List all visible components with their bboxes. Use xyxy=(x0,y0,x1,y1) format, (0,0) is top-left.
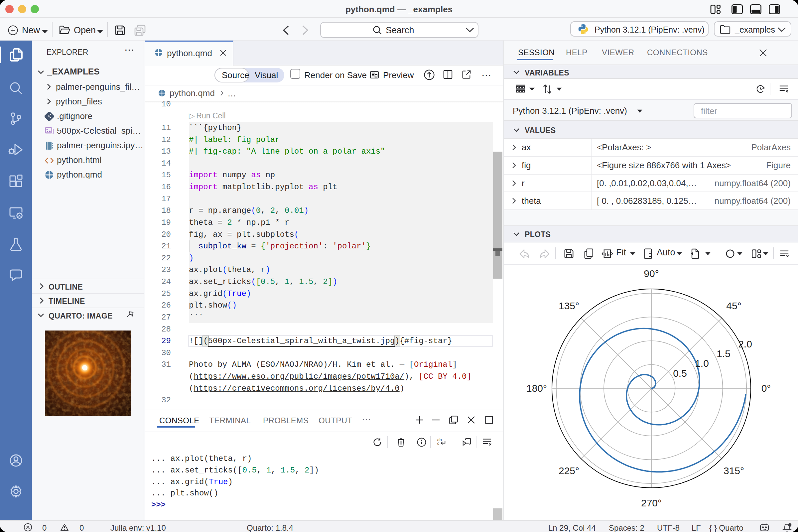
svg-text:2.0: 2.0 xyxy=(738,339,752,349)
svg-text:1.5: 1.5 xyxy=(717,348,730,359)
svg-text:135°: 135° xyxy=(558,300,579,311)
svg-text:90°: 90° xyxy=(644,268,659,279)
svg-text:c: c xyxy=(437,441,439,446)
svg-text:315°: 315° xyxy=(723,465,744,476)
svg-text:0.5: 0.5 xyxy=(673,368,687,379)
svg-text:1.0: 1.0 xyxy=(695,358,709,369)
svg-text:225°: 225° xyxy=(558,465,579,476)
svg-text:0°: 0° xyxy=(761,383,771,394)
svg-text:45°: 45° xyxy=(726,300,741,311)
svg-text:180°: 180° xyxy=(526,383,547,394)
svg-text:270°: 270° xyxy=(641,497,662,508)
